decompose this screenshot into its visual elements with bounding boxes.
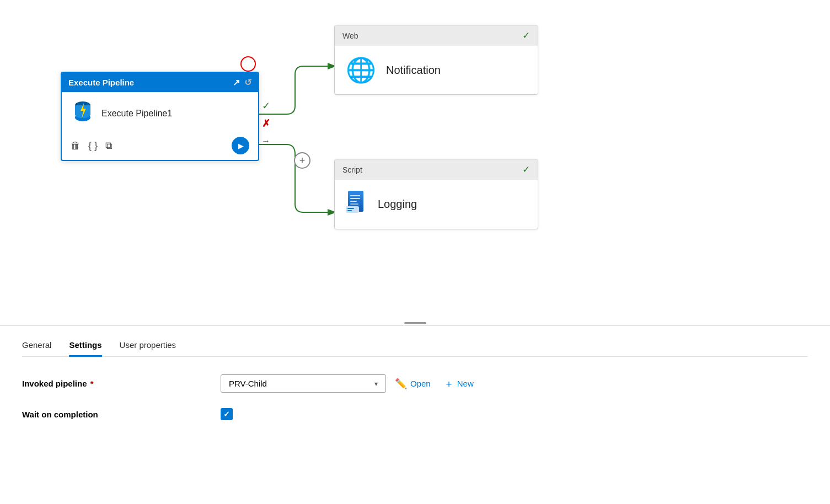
run-button[interactable] [232, 137, 249, 154]
execute-pipeline-name: Execute Pipeline1 [101, 109, 172, 119]
success-branch[interactable]: ✓ [258, 98, 274, 114]
delete-icon[interactable]: 🗑 [71, 140, 81, 152]
tab-settings[interactable]: Settings [69, 334, 101, 357]
svg-rect-13 [347, 208, 354, 209]
svg-rect-10 [350, 201, 357, 202]
script-node-title: Logging [378, 198, 417, 211]
script-node-header: Script ✓ [335, 159, 538, 180]
invoked-pipeline-label: Invoked pipeline * [22, 379, 221, 388]
plus-icon: ＋ [444, 377, 454, 390]
header-icons: ↗ ↺ [233, 77, 251, 88]
web-notification-node[interactable]: Web ✓ 🌐 Notification [334, 25, 538, 95]
script-icon [346, 190, 368, 219]
globe-icon: 🌐 [346, 56, 376, 84]
script-node-body: Logging [335, 180, 538, 229]
branch-panel: ✓ ✗ → [258, 98, 274, 151]
copy-icon[interactable]: ⧉ [105, 140, 113, 152]
svg-rect-14 [347, 210, 352, 211]
execute-pipeline-icon [71, 99, 95, 128]
failure-branch[interactable]: ✗ [258, 116, 274, 131]
execute-pipeline-footer: 🗑 { } ⧉ [62, 132, 258, 160]
tabs-bar: General Settings User properties [22, 326, 808, 357]
execute-pipeline-node[interactable]: Execute Pipeline ↗ ↺ Execute Pipelin [61, 72, 259, 161]
settings-content: Invoked pipeline * PRV-Child ▾ ✏️ Open ＋… [22, 357, 808, 453]
pipeline-canvas: Execute Pipeline ↗ ↺ Execute Pipelin [0, 0, 830, 325]
pipeline-action-buttons: ✏️ Open ＋ New [395, 377, 474, 390]
completion-branch[interactable]: → [258, 133, 274, 149]
execute-pipeline-title: Execute Pipeline [68, 78, 134, 87]
web-node-header: Web ✓ [335, 25, 538, 46]
execute-pipeline-body: Execute Pipeline1 [62, 92, 258, 132]
web-node-title: Notification [386, 64, 441, 77]
bottom-panel: General Settings User properties Invoked… [0, 326, 830, 504]
dropdown-value: PRV-Child [229, 379, 267, 388]
chevron-down-icon: ▾ [374, 380, 378, 388]
wait-on-completion-checkbox[interactable] [221, 408, 233, 420]
wait-on-completion-label: Wait on completion [22, 410, 221, 419]
required-star: * [88, 379, 94, 388]
web-node-body: 🌐 Notification [335, 46, 538, 94]
svg-rect-8 [350, 195, 360, 196]
web-node-category: Web [342, 31, 358, 40]
execute-pipeline-header: Execute Pipeline ↗ ↺ [62, 73, 258, 92]
svg-rect-12 [346, 206, 359, 213]
open-pipeline-button[interactable]: ✏️ Open [395, 378, 431, 390]
add-activity-button[interactable]: + [294, 152, 310, 169]
wait-on-completion-row: Wait on completion [22, 408, 808, 420]
svg-rect-11 [350, 203, 358, 205]
web-node-checkmark: ✓ [522, 30, 530, 41]
footer-action-icons: 🗑 { } ⧉ [71, 140, 113, 152]
invoked-pipeline-dropdown[interactable]: PRV-Child ▾ [221, 374, 386, 393]
panel-divider[interactable] [0, 325, 830, 326]
svg-rect-9 [350, 198, 360, 199]
circle-connector [240, 56, 256, 72]
pencil-icon: ✏️ [395, 378, 407, 390]
tab-general[interactable]: General [22, 334, 51, 357]
invoked-pipeline-row: Invoked pipeline * PRV-Child ▾ ✏️ Open ＋… [22, 374, 808, 393]
tab-user-properties[interactable]: User properties [120, 334, 176, 357]
divider-handle[interactable] [404, 322, 426, 324]
redo-icon[interactable]: ↺ [244, 77, 251, 88]
script-node-category: Script [342, 165, 362, 174]
code-icon[interactable]: { } [88, 140, 98, 152]
script-logging-node[interactable]: Script ✓ [334, 159, 538, 229]
open-icon[interactable]: ↗ [233, 77, 240, 88]
new-pipeline-button[interactable]: ＋ New [444, 377, 474, 390]
script-node-checkmark: ✓ [522, 164, 530, 175]
